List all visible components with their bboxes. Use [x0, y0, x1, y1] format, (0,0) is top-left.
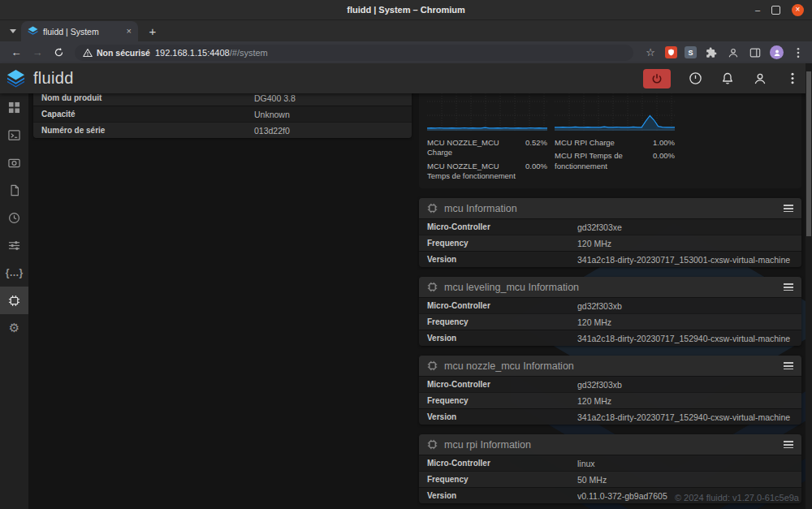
row-value: gd32f303xb	[577, 301, 622, 311]
chip-icon	[427, 439, 438, 450]
card-menu-button[interactable]	[784, 283, 793, 291]
new-tab-button[interactable]: +	[143, 21, 162, 41]
fluidd-logo-icon	[6, 69, 25, 88]
row-value: gd32f303xb	[577, 380, 622, 390]
sidebar-item-dashboard[interactable]	[0, 93, 28, 121]
url-host: 192.168.1.15:4408	[155, 48, 230, 58]
sidebar-nav: {…} ⚙	[0, 93, 28, 509]
tab-search-button[interactable]	[5, 20, 21, 41]
sidebar-item-console[interactable]	[0, 121, 28, 149]
row-label: Version	[427, 255, 577, 264]
row-label: Numéro de série	[41, 126, 254, 135]
reload-button[interactable]	[49, 44, 68, 62]
maximize-icon[interactable]	[771, 6, 780, 15]
power-icon	[689, 71, 702, 85]
card-menu-button[interactable]	[784, 362, 793, 369]
legend-mcu-rpi: MCU RPI Charge 1.00% MCU RPI Temps de fo…	[555, 135, 675, 181]
browser-menu-button[interactable]	[791, 45, 806, 60]
scrollbar-thumb[interactable]	[806, 71, 811, 236]
panel-icon	[749, 47, 761, 58]
row-label: Frequency	[427, 475, 577, 484]
legend-value: 0.00%	[653, 151, 675, 161]
card-title: mcu leveling_mcu Information	[444, 282, 579, 293]
app-menu-button[interactable]	[784, 71, 801, 87]
card-header: mcu rpi Information	[419, 434, 801, 455]
sidebar-item-tune[interactable]	[0, 231, 28, 259]
left-column: Nom du produit DG400 3.8 Capacité Unknow…	[33, 93, 412, 138]
fluidd-brand-title: fluidd	[33, 69, 74, 88]
card-menu-button[interactable]	[784, 205, 793, 212]
legend-row: MCU RPI Temps de fonctionnement 0.00%	[555, 151, 675, 171]
browser-avatar[interactable]	[770, 45, 784, 59]
sidebar-item-settings[interactable]: ⚙	[0, 314, 28, 342]
emergency-stop-button[interactable]	[643, 69, 671, 88]
chip-icon	[427, 360, 438, 371]
profile-icon[interactable]	[726, 45, 741, 60]
bookmark-star-icon[interactable]: ☆	[643, 45, 658, 60]
host-power-button[interactable]	[687, 71, 703, 87]
chip-icon	[8, 295, 20, 307]
tab-close-icon[interactable]: ×	[127, 27, 132, 36]
notifications-button[interactable]	[719, 71, 736, 87]
sidebar-item-system[interactable]	[0, 287, 28, 314]
row-value: 50 MHz	[577, 475, 607, 485]
sidebar-item-macros[interactable]: {…}	[0, 259, 28, 287]
sidebar-item-camera[interactable]	[0, 149, 28, 176]
account-button[interactable]	[752, 71, 768, 87]
close-icon[interactable]: ×	[792, 4, 804, 16]
card-title: mcu Information	[444, 203, 517, 214]
forward-button: →	[28, 44, 47, 62]
row-value: 120 MHz	[577, 239, 611, 248]
table-row: Frequency 120 MHz	[419, 235, 801, 251]
table-row: Nom du produit DG400 3.8	[33, 93, 412, 106]
table-row: Numéro de série 013d22f0	[33, 122, 412, 138]
row-label: Version	[427, 334, 577, 343]
person-outline-icon	[728, 47, 739, 58]
legend-value: 1.00%	[653, 138, 675, 148]
right-column: MCU NOZZLE_MCU Charge 0.52% MCU NOZZLE_M…	[419, 93, 801, 503]
app-body: {…} ⚙	[0, 93, 812, 509]
tune-sliders-icon	[8, 239, 20, 252]
row-label: Micro-Controller	[427, 380, 577, 389]
address-bar[interactable]: Non sécurisé 192.168.1.15:4408/#/system	[75, 45, 633, 61]
mcu-leveling-information-card: mcu leveling_mcu Information Micro-Contr…	[419, 277, 801, 346]
mcu-information-card: mcu Information Micro-Controller gd32f30…	[419, 198, 801, 267]
adblock-extension-icon[interactable]	[665, 46, 677, 58]
legend-label: MCU NOZZLE_MCU Temps de fonctionnement	[427, 162, 518, 182]
side-panel-icon[interactable]	[748, 45, 762, 60]
legend-row: MCU RPI Charge 1.00%	[555, 138, 675, 148]
chip-icon	[427, 203, 438, 214]
charts-row	[427, 93, 793, 131]
back-button[interactable]: ←	[6, 44, 26, 62]
s-extension-icon[interactable]: S	[685, 46, 697, 58]
row-label: Version	[427, 491, 577, 500]
page-scrollbar[interactable]	[806, 63, 812, 509]
card-menu-button[interactable]	[784, 441, 793, 448]
dashboard-icon	[8, 101, 20, 114]
chevron-down-icon	[10, 29, 16, 33]
gear-icon: ⚙	[9, 321, 19, 335]
row-label: Frequency	[427, 239, 577, 248]
warning-icon	[83, 48, 93, 58]
tab-fluidd-system[interactable]: fluidd | System ×	[21, 21, 138, 41]
security-chip[interactable]: Non sécurisé	[83, 48, 150, 58]
row-value: linux	[577, 459, 595, 468]
table-row: Frequency 120 MHz	[419, 392, 801, 408]
fluidd-favicon-icon	[28, 26, 38, 37]
sidebar-item-history[interactable]	[0, 204, 28, 231]
shield-icon	[667, 49, 675, 56]
legend-label: MCU NOZZLE_MCU Charge	[427, 138, 518, 158]
sidebar-item-jobs[interactable]	[0, 176, 28, 204]
fluidd-appbar: fluidd	[0, 63, 812, 93]
page-viewport: fluidd	[0, 63, 812, 509]
table-row: Micro-Controller linux	[419, 455, 801, 471]
row-label: Frequency	[427, 396, 577, 405]
minimize-icon[interactable]: –	[755, 6, 760, 15]
table-row: Capacité Unknown	[33, 106, 412, 122]
kebab-menu-icon	[791, 72, 794, 84]
row-label: Micro-Controller	[427, 301, 577, 310]
legend-value: 0.00%	[525, 162, 547, 171]
extensions-puzzle-icon[interactable]	[704, 45, 719, 60]
avatar-person-icon	[773, 49, 781, 57]
bell-icon	[721, 72, 734, 85]
